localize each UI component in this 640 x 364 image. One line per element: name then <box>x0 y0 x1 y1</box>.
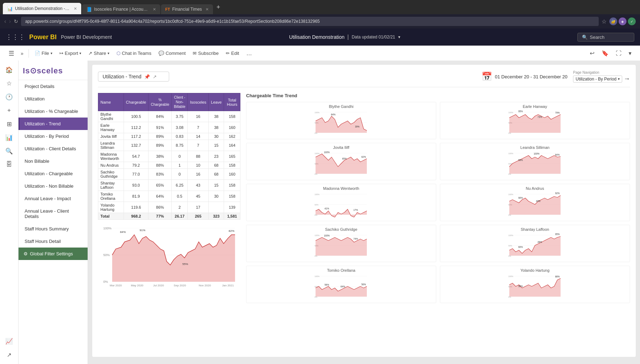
sidebar-item-utilization-period[interactable]: Utilization - By Period <box>19 130 88 142</box>
table-cell: 83% <box>149 169 172 180</box>
tab-close-2[interactable]: ✕ <box>153 7 156 12</box>
forward-button[interactable]: › <box>9 18 11 25</box>
left-nav-datahub[interactable]: 🗄 <box>3 158 16 171</box>
share-chevron-icon: ▾ <box>108 51 109 55</box>
left-nav-create[interactable]: + <box>3 104 16 117</box>
small-chart-card: Blythe Gandhi100%50%0%84%39% <box>246 102 436 139</box>
report-title-box[interactable]: Utilization - Trend 📌 ↗ <box>98 72 169 82</box>
sidebar-item-global-filter[interactable]: ⚙ Global Filter Settings <box>19 248 88 260</box>
report-area: Utilization - Trend 📌 ↗ 📅 01 December 20… <box>88 61 640 364</box>
file-button[interactable]: 📄 File ▾ <box>32 49 55 57</box>
bookmark-star-icon[interactable]: ☆ <box>602 18 607 25</box>
left-nav-external[interactable]: ↗ <box>3 348 16 361</box>
table-cell: 16 <box>188 111 209 122</box>
sidebar-item-utilization-pct[interactable]: Utilization - % Chargeable <box>19 105 88 118</box>
table-cell: 16 <box>188 169 209 180</box>
svg-text:100%: 100% <box>103 227 111 230</box>
back-button[interactable]: ‹ <box>4 18 6 25</box>
sidebar-item-utilization-client[interactable]: Utilization - Client Details <box>19 142 88 155</box>
pin-icon[interactable]: 📌 <box>144 74 150 79</box>
page-nav-select[interactable]: Utilization - By Period ▾ <box>573 76 622 83</box>
page-nav-arrow-icon[interactable]: → <box>624 75 630 83</box>
main-layout: 🏠 ☆ 🕐 + ⊞ 📊 🔍 🗄 📈 ↗ Is⊙sceles Project De… <box>0 61 640 364</box>
subscribe-button[interactable]: ✉ Subscribe <box>190 49 222 57</box>
hamburger-button[interactable]: ☰ <box>6 48 17 59</box>
ext-icon-2[interactable]: ◈ <box>619 17 626 25</box>
undo-button[interactable]: ↩ <box>587 48 597 58</box>
sidebar-item-staff-hours-summary[interactable]: Staff Hours Summary <box>19 223 88 235</box>
table-cell: Nu Andrus <box>98 162 124 169</box>
sidebar-item-annual-leave-impact[interactable]: Annual Leave - Impact <box>19 192 88 205</box>
sidebar-item-utilization-non-billable[interactable]: Utilization - Non Billable <box>19 180 88 192</box>
page-nav-chevron-icon: ▾ <box>618 77 620 81</box>
table-cell: 164 <box>224 140 240 151</box>
chargeable-time-title: Chargeable Time Trend <box>246 93 630 98</box>
tab-close-3[interactable]: ✕ <box>205 7 209 12</box>
table-total-cell: 26.17 <box>172 213 188 220</box>
left-nav-apps[interactable]: ⊞ <box>3 118 16 130</box>
chat-in-teams-button[interactable]: ⬡ Chat in Teams <box>114 49 154 57</box>
left-nav-browse[interactable]: 🔍 <box>3 145 16 157</box>
svg-text:49%: 49% <box>537 241 542 243</box>
small-chart-svg: 100%50%0%36%88% <box>442 274 628 299</box>
data-updated-chevron-icon[interactable]: ▾ <box>398 35 400 40</box>
table-cell: 160 <box>224 169 240 180</box>
sidebar-item-utilization-trend[interactable]: Utilization - Trend <box>19 118 88 130</box>
sidebar-item-utilization[interactable]: Utilization <box>19 93 88 105</box>
left-nav-favorites[interactable]: ☆ <box>3 77 16 90</box>
teams-icon: ⬡ <box>116 51 120 56</box>
sidebar-item-staff-hours-detail[interactable]: Staff Hours Detail <box>19 235 88 248</box>
small-chart-svg: 100%50%0%100%74% <box>249 233 434 258</box>
left-nav-metrics[interactable]: 📊 <box>3 131 16 144</box>
address-bar: ‹ › ↻ ☆ 🔐 ◈ ✓ <box>0 14 640 28</box>
new-tab-button[interactable]: + <box>214 4 223 11</box>
bookmark-button[interactable]: 🔖 <box>599 48 612 58</box>
export-button[interactable]: ↦ Export ▾ <box>57 49 84 57</box>
tab-close-1[interactable]: ✕ <box>74 6 77 11</box>
ext-icon-1[interactable]: 🔐 <box>609 17 617 25</box>
table-cell: 158 <box>224 162 240 169</box>
tab-isosceles[interactable]: 📘 Isosceles Finance | Accounting O... ✕ <box>82 4 160 14</box>
search-box[interactable]: 🔍 Search <box>577 33 634 42</box>
edit-label: Edit <box>231 51 239 56</box>
left-nav-home[interactable]: 🏠 <box>3 63 16 76</box>
tab-powerbi[interactable]: 📊 Utilisation Demonstration - Powe... ✕ <box>3 3 81 14</box>
view-options-button[interactable]: ▾ <box>626 48 634 58</box>
report-card: Utilization - Trend 📌 ↗ 📅 01 December 20… <box>92 65 636 357</box>
left-nav-recent[interactable]: 🕐 <box>3 90 16 103</box>
svg-text:Nov 2020: Nov 2020 <box>199 284 211 287</box>
left-nav-learn[interactable]: 📈 <box>3 335 16 348</box>
powerbi-header: ⋮⋮⋮ Power BI Power BI Development Utilis… <box>0 28 640 46</box>
ext-icon-3[interactable]: ✓ <box>628 17 636 25</box>
apps-grid-icon[interactable]: ⋮⋮⋮ <box>6 33 25 41</box>
sidebar-item-non-billable[interactable]: Non Billable <box>19 155 88 167</box>
more-options-button[interactable]: … <box>243 49 255 58</box>
right-content: Chargeable Time Trend Blythe Gandhi100%5… <box>246 93 630 303</box>
report-title-text: Utilization - Trend <box>103 74 141 79</box>
small-chart-svg: 100%50%0%41%17% <box>249 192 434 217</box>
small-chart-name: Yolando Hartung <box>442 268 628 272</box>
fullscreen-button[interactable]: ⛶ <box>613 49 624 58</box>
sidebar-item-annual-leave-client[interactable]: Annual Leave - Client Details <box>19 205 88 223</box>
tab-ft[interactable]: FT Financial Times ✕ <box>161 4 213 14</box>
sidebar-item-utilization-chargeable[interactable]: Utilization - Chargeable <box>19 167 88 180</box>
sidebar-item-project-details[interactable]: Project Details <box>19 80 88 93</box>
edit-button[interactable]: ✏ Edit <box>223 49 242 57</box>
table-cell: 86% <box>149 202 172 213</box>
comment-button[interactable]: 💬 Comment <box>156 49 188 57</box>
gear-icon: ⚙ <box>24 251 28 256</box>
refresh-button[interactable]: ↻ <box>14 19 18 24</box>
small-chart-svg: 100%50%0%59%100%84% <box>442 151 628 176</box>
small-chart-name: Earle Hanway <box>442 104 628 109</box>
table-cell: Leandra Silliman <box>98 140 124 151</box>
share-report-icon[interactable]: ↗ <box>153 74 157 79</box>
chevron-expand-button[interactable]: » <box>19 49 26 58</box>
table-row: Blythe Gandhi100.584%3.751638158 <box>98 111 240 122</box>
search-label: Search <box>590 35 604 40</box>
tab-favicon-1: 📊 <box>7 6 13 11</box>
table-cell: 3.75 <box>172 111 188 122</box>
address-input[interactable] <box>21 17 599 26</box>
svg-text:39%: 39% <box>355 125 360 128</box>
table-cell: 23 <box>209 151 224 162</box>
share-button[interactable]: ↗ Share ▾ <box>85 49 112 57</box>
